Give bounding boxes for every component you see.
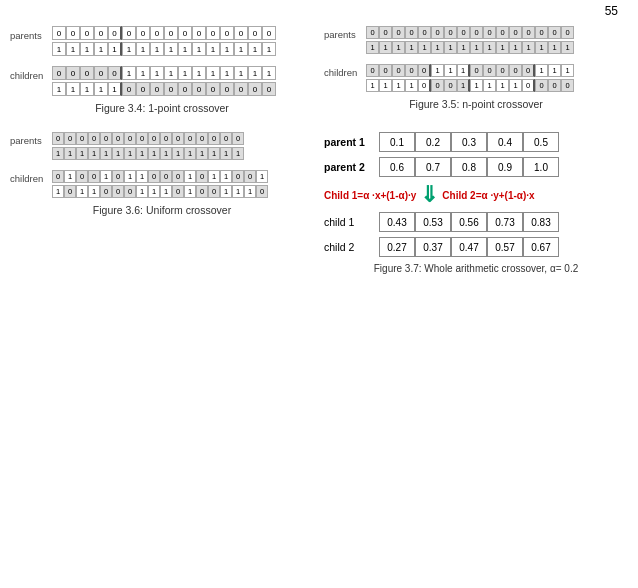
bit-cell: 1	[178, 66, 192, 80]
bit-cell: 0	[496, 26, 509, 39]
bit-cell: 1	[483, 41, 496, 54]
figure-37: parent 1 0.10.20.30.40.5 parent 2 0.60.7…	[324, 132, 628, 274]
fig35-parent1-row: 0000000000000000	[366, 26, 574, 39]
bit-cell: 1	[262, 66, 276, 80]
bit-cell: 0	[66, 26, 80, 40]
bit-cell: 0	[94, 26, 108, 40]
bit-cell: 1	[66, 82, 80, 96]
bit-cell: 0	[234, 82, 248, 96]
bit-cell: 1	[392, 41, 405, 54]
bit-cell: 1	[444, 64, 457, 77]
bit-cell: 1	[366, 41, 379, 54]
bit-cell: 1	[150, 42, 164, 56]
bit-cell: 1	[535, 64, 548, 77]
bit-cell: 0	[136, 82, 150, 96]
bit-cell: 0	[366, 26, 379, 39]
bit-cell: 0	[496, 64, 509, 77]
arith-cell: 0.8	[451, 157, 487, 177]
fig37-child2-label: child 2	[324, 241, 379, 253]
arith-cell: 0.9	[487, 157, 523, 177]
bit-cell: 0	[100, 132, 112, 145]
bit-cell: 1	[496, 41, 509, 54]
bit-cell: 0	[122, 82, 136, 96]
bit-cell: 0	[392, 64, 405, 77]
figure-34: parents 0000000000000000 111111111111111…	[10, 26, 314, 114]
arith-cell: 0.56	[451, 212, 487, 232]
bit-cell: 0	[192, 26, 206, 40]
fig37-parent1-cells: 0.10.20.30.40.5	[379, 132, 559, 152]
bit-cell: 1	[76, 185, 88, 198]
bit-cell: 1	[535, 41, 548, 54]
bit-cell: 1	[379, 79, 392, 92]
bit-cell: 0	[52, 26, 66, 40]
bit-cell: 1	[100, 147, 112, 160]
bit-cell: 0	[76, 170, 88, 183]
bit-cell: 1	[405, 41, 418, 54]
fig37-child1-label: child 1	[324, 216, 379, 228]
bit-cell: 0	[172, 170, 184, 183]
bit-cell: 0	[483, 64, 496, 77]
fig35-children-label: children	[324, 67, 357, 78]
bit-cell: 0	[483, 26, 496, 39]
bit-cell: 0	[234, 26, 248, 40]
bit-cell: 0	[244, 170, 256, 183]
fig34-parents-label: parents	[10, 30, 42, 41]
bit-cell: 0	[444, 79, 457, 92]
bit-cell: 1	[206, 66, 220, 80]
bit-cell: 0	[509, 26, 522, 39]
fig37-child1-cells: 0.430.530.560.730.83	[379, 212, 559, 232]
bit-cell: 0	[88, 170, 100, 183]
bit-cell: 1	[124, 170, 136, 183]
bit-cell: 1	[122, 66, 136, 80]
bit-cell: 1	[496, 79, 509, 92]
bit-cell: 1	[94, 82, 108, 96]
bit-cell: 0	[94, 66, 108, 80]
bit-cell: 0	[52, 170, 64, 183]
fig34-parent2-row: 1111111111111111	[52, 42, 276, 56]
bit-cell: 0	[196, 185, 208, 198]
bit-cell: 1	[232, 185, 244, 198]
bit-cell: 0	[262, 26, 276, 40]
bit-cell: 1	[457, 64, 470, 77]
fig37-formula-child1: Child 1=α ·x+(1-α)·y	[324, 190, 416, 201]
bit-cell: 0	[548, 79, 561, 92]
arith-cell: 0.6	[379, 157, 415, 177]
bit-cell: 1	[52, 42, 66, 56]
bit-cell: 0	[150, 82, 164, 96]
bit-cell: 1	[509, 79, 522, 92]
bit-cell: 0	[418, 79, 431, 92]
bit-cell: 1	[208, 147, 220, 160]
fig37-label: Figure 3.7: Whole arithmetic crossover, …	[324, 263, 628, 274]
bit-cell: 1	[136, 170, 148, 183]
bit-cell: 1	[184, 185, 196, 198]
bit-cell: 1	[418, 41, 431, 54]
arith-cell: 0.57	[487, 237, 523, 257]
bit-cell: 0	[160, 132, 172, 145]
fig37-formula-child2: Child 2=α ·y+(1-α)·x	[442, 190, 534, 201]
bit-cell: 1	[148, 185, 160, 198]
bit-cell: 0	[52, 132, 64, 145]
bit-cell: 1	[509, 41, 522, 54]
bit-cell: 0	[535, 26, 548, 39]
bit-cell: 1	[184, 170, 196, 183]
bit-cell: 0	[122, 26, 136, 40]
bit-cell: 1	[248, 42, 262, 56]
bit-cell: 1	[100, 170, 112, 183]
top-figures-row: parents 0000000000000000 111111111111111…	[10, 26, 628, 114]
arith-cell: 0.73	[487, 212, 523, 232]
bit-cell: 0	[470, 64, 483, 77]
fig36-label: Figure 3.6: Uniform crossover	[10, 204, 314, 216]
fig37-parent1-label: parent 1	[324, 136, 379, 148]
bit-cell: 1	[248, 66, 262, 80]
bit-cell: 1	[160, 185, 172, 198]
bit-cell: 1	[52, 147, 64, 160]
bit-cell: 0	[206, 26, 220, 40]
bit-cell: 0	[561, 79, 574, 92]
bit-cell: 0	[112, 170, 124, 183]
arith-cell: 0.4	[487, 132, 523, 152]
bit-cell: 0	[164, 26, 178, 40]
fig35-child2-row: 1111000111110000	[366, 79, 574, 92]
bit-cell: 0	[64, 185, 76, 198]
bit-cell: 1	[136, 185, 148, 198]
bit-cell: 1	[80, 42, 94, 56]
